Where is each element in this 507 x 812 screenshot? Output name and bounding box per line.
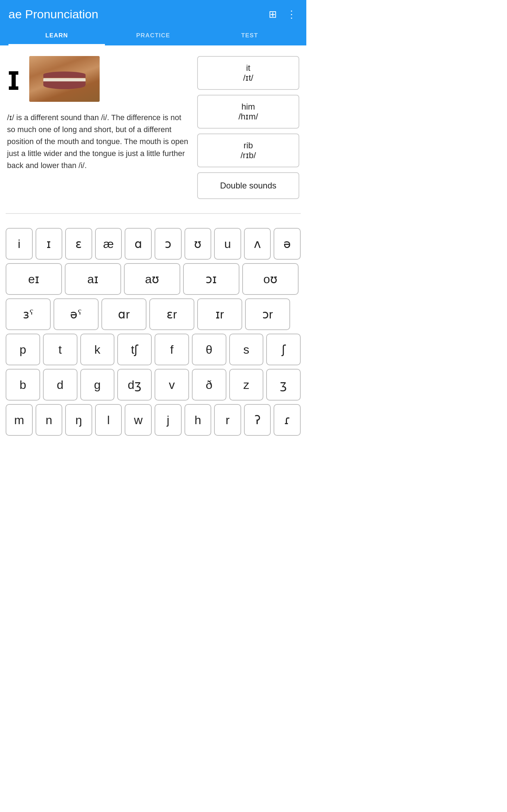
key-_-2[interactable]: ɛ <box>65 228 92 260</box>
key-_-1[interactable]: ɪ <box>36 228 63 260</box>
word-card-rib[interactable]: rib /rɪb/ <box>197 134 299 167</box>
more-icon: ⋮ <box>287 9 296 20</box>
word-it: it <box>202 63 294 73</box>
app-title: ae Pronunciation <box>8 7 98 21</box>
key-a_-2[interactable]: aʊ <box>124 263 180 295</box>
key-t-1[interactable]: t <box>43 334 77 365</box>
key-h-6[interactable]: h <box>184 404 212 436</box>
keyboard-section: iɪɛæɑɔʊuʌə eɪaɪaʊɔɪoʊ ɜˤəˤɑrɛrɪrɔr ptktʃ… <box>0 221 306 450</box>
key-_-7[interactable]: ʒ <box>266 369 301 401</box>
key-__-0[interactable]: ɜˤ <box>6 298 51 330</box>
key-_r-3[interactable]: ɛr <box>149 298 194 330</box>
key-p-0[interactable]: p <box>6 334 40 365</box>
header: ae Pronunciation ⊞ ⋮ LEARN PRACTICE TEST <box>0 0 306 45</box>
double-sounds-button[interactable]: Double sounds <box>197 172 299 199</box>
key-i-0[interactable]: i <box>6 228 33 260</box>
keyboard-row-1: iɪɛæɑɔʊuʌə <box>6 228 301 260</box>
keyboard-row-6: mnŋlwjhrʔɾ <box>6 404 301 436</box>
divider <box>6 213 301 214</box>
key-z-6[interactable]: z <box>229 369 264 401</box>
key-d-1[interactable]: d <box>43 369 77 401</box>
word-rib: rib <box>202 141 294 150</box>
mouth-image-inner <box>29 56 100 102</box>
key-_-3[interactable]: æ <box>95 228 122 260</box>
key-t_-3[interactable]: tʃ <box>117 334 152 365</box>
key-r-7[interactable]: r <box>214 404 241 436</box>
lips-bottom <box>43 81 86 89</box>
key-_-5[interactable]: ð <box>192 369 226 401</box>
key-j-5[interactable]: j <box>155 404 182 436</box>
key-s-6[interactable]: s <box>229 334 264 365</box>
key-__-3[interactable]: ɔɪ <box>183 263 239 295</box>
key-l-3[interactable]: l <box>95 404 122 436</box>
word-card-him[interactable]: him /hɪm/ <box>197 95 299 129</box>
keyboard-row-5: bdgdʒvðzʒ <box>6 369 301 401</box>
description-text: /ɪ/ is a different sound than /i/. The d… <box>7 112 190 172</box>
keyboard-row-4: ptktʃfθsʃ <box>6 334 301 365</box>
mouth-image <box>29 56 100 102</box>
key-_-5[interactable]: θ <box>192 334 226 365</box>
symbol-row: ɪ <box>7 56 190 102</box>
left-panel: ɪ /ɪ/ is a different sound than /i/. The… <box>7 56 190 199</box>
key-__-1[interactable]: əˤ <box>54 298 99 330</box>
key-_-5[interactable]: ɔ <box>155 228 182 260</box>
key-f-4[interactable]: f <box>155 334 189 365</box>
more-options-button[interactable]: ⋮ <box>285 7 298 21</box>
key-k-2[interactable]: k <box>80 334 115 365</box>
key-d_-3[interactable]: dʒ <box>117 369 152 401</box>
key-_r-5[interactable]: ɔr <box>245 298 290 330</box>
key-_-7[interactable]: ʃ <box>266 334 301 365</box>
key-_-9[interactable]: ɾ <box>274 404 301 436</box>
grid-icon-button[interactable]: ⊞ <box>267 7 278 21</box>
key-_-6[interactable]: ʊ <box>184 228 212 260</box>
tab-practice[interactable]: PRACTICE <box>105 27 201 45</box>
keyboard-row-3: ɜˤəˤɑrɛrɪrɔr <box>6 298 301 330</box>
right-panel: it /ɪt/ him /hɪm/ rib /rɪb/ Double sound… <box>197 56 299 199</box>
header-top: ae Pronunciation ⊞ ⋮ <box>8 7 298 27</box>
key-_r-2[interactable]: ɑr <box>101 298 146 330</box>
phonetic-symbol[interactable]: ɪ <box>7 63 19 95</box>
keyboard-row-2: eɪaɪaʊɔɪoʊ <box>6 263 301 295</box>
key-_r-4[interactable]: ɪr <box>197 298 242 330</box>
phonetic-rib: /rɪb/ <box>202 150 294 160</box>
key-v-4[interactable]: v <box>155 369 189 401</box>
key-n-1[interactable]: n <box>36 404 63 436</box>
main-content: ɪ /ɪ/ is a different sound than /i/. The… <box>0 45 306 206</box>
key-_-8[interactable]: ʌ <box>244 228 271 260</box>
key-u-7[interactable]: u <box>214 228 241 260</box>
phonetic-him: /hɪm/ <box>202 112 294 122</box>
key-_-4[interactable]: ɑ <box>125 228 152 260</box>
key-a_-1[interactable]: aɪ <box>65 263 121 295</box>
key-b-0[interactable]: b <box>6 369 40 401</box>
grid-icon: ⊞ <box>269 9 277 20</box>
key-_-8[interactable]: ʔ <box>244 404 271 436</box>
key-_-9[interactable]: ə <box>274 228 301 260</box>
key-_-2[interactable]: ŋ <box>65 404 92 436</box>
key-e_-0[interactable]: eɪ <box>6 263 62 295</box>
word-him: him <box>202 102 294 112</box>
tabs-bar: LEARN PRACTICE TEST <box>8 27 298 45</box>
phonetic-it: /ɪt/ <box>202 73 294 83</box>
header-icons: ⊞ ⋮ <box>267 7 298 21</box>
key-o_-4[interactable]: oʊ <box>242 263 299 295</box>
key-w-4[interactable]: w <box>125 404 152 436</box>
key-g-2[interactable]: g <box>80 369 115 401</box>
word-card-it[interactable]: it /ɪt/ <box>197 56 299 90</box>
tab-learn[interactable]: LEARN <box>8 27 105 45</box>
tab-test[interactable]: TEST <box>201 27 298 45</box>
lips-top <box>43 72 86 78</box>
key-m-0[interactable]: m <box>6 404 33 436</box>
